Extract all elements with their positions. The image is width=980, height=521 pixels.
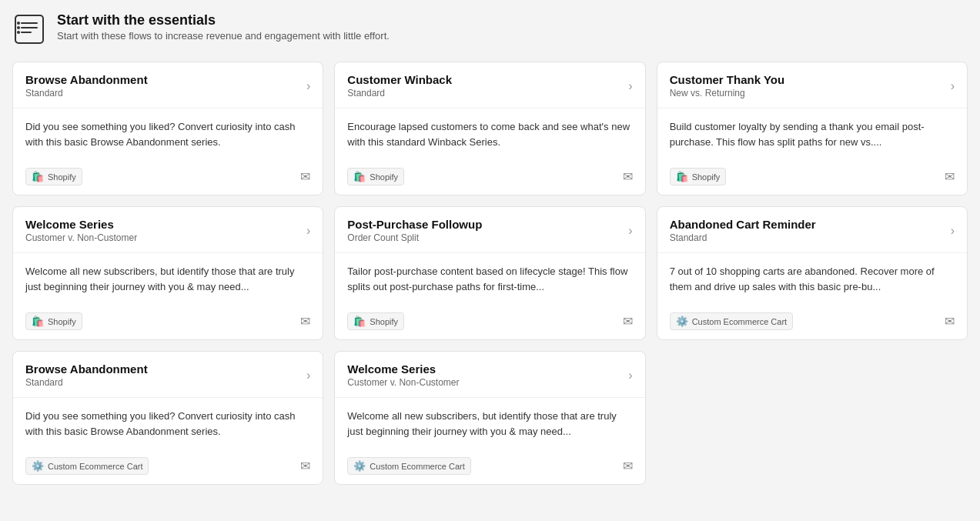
card-title: Post-Purchase Followup (347, 218, 482, 231)
page-subtitle: Start with these flows to increase reven… (57, 30, 390, 42)
card-description: Encourage lapsed customers to come back … (335, 109, 644, 160)
card-footer: 🛍️ Shopify ✉ (657, 160, 967, 195)
card-footer: ⚙️ Custom Ecommerce Cart ✉ (13, 449, 323, 484)
card-subtitle: Standard (25, 88, 148, 99)
chevron-right-icon: › (951, 224, 955, 238)
svg-point-5 (17, 26, 20, 29)
svg-point-6 (17, 31, 20, 34)
card-subtitle: Standard (670, 232, 816, 243)
email-icon: ✉ (945, 314, 955, 329)
platform-badge: ⚙️ Custom Ecommerce Cart (25, 457, 149, 475)
card-subtitle: Standard (347, 88, 452, 99)
platform-badge: 🛍️ Shopify (347, 168, 404, 185)
platform-label: Shopify (370, 317, 398, 326)
shopify-icon: 🛍️ (32, 316, 44, 327)
chevron-right-icon: › (628, 369, 632, 382)
platform-label: Shopify (48, 317, 76, 326)
platform-label: Shopify (48, 172, 76, 182)
flow-card[interactable]: Abandoned Cart Reminder Standard › 7 out… (657, 206, 968, 340)
platform-badge: ⚙️ Custom Ecommerce Cart (347, 457, 470, 475)
card-title-block: Post-Purchase Followup Order Count Split (347, 218, 482, 243)
platform-label: Custom Ecommerce Cart (48, 462, 142, 471)
shopify-icon: 🛍️ (32, 171, 44, 182)
email-icon: ✉ (300, 169, 310, 184)
card-title-block: Browse Abandonment Standard (25, 362, 148, 388)
card-title: Browse Abandonment (25, 73, 148, 86)
card-description: Welcome all new subscribers, but identif… (335, 398, 644, 449)
card-description: Did you see something you liked? Convert… (13, 398, 323, 449)
card-subtitle: Customer v. Non-Customer (347, 377, 459, 388)
flow-card[interactable]: Browse Abandonment Standard › Did you se… (12, 62, 323, 195)
platform-badge: 🛍️ Shopify (347, 312, 404, 330)
card-title-block: Abandoned Cart Reminder Standard (670, 218, 816, 243)
flow-card[interactable]: Post-Purchase Followup Order Count Split… (334, 206, 645, 340)
card-header: Browse Abandonment Standard › (13, 352, 323, 398)
card-header: Welcome Series Customer v. Non-Customer … (335, 352, 644, 398)
card-title: Abandoned Cart Reminder (670, 218, 816, 231)
card-description: Welcome all new subscribers, but identif… (13, 253, 323, 305)
page-header: Start with the essentials Start with the… (12, 12, 968, 46)
card-title: Browse Abandonment (25, 362, 148, 376)
card-title: Customer Winback (347, 73, 452, 86)
card-header: Welcome Series Customer v. Non-Customer … (13, 207, 323, 253)
flow-card[interactable]: Customer Winback Standard › Encourage la… (334, 62, 645, 195)
card-title-block: Browse Abandonment Standard (25, 73, 148, 99)
platform-badge: 🛍️ Shopify (25, 312, 82, 330)
card-footer: 🛍️ Shopify ✉ (335, 160, 644, 195)
chevron-right-icon: › (306, 224, 310, 238)
card-header: Customer Thank You New vs. Returning › (657, 62, 967, 109)
email-icon: ✉ (945, 169, 955, 184)
card-title-block: Customer Thank You New vs. Returning (670, 73, 784, 99)
card-footer: ⚙️ Custom Ecommerce Cart ✉ (335, 449, 644, 484)
card-header: Browse Abandonment Standard › (13, 62, 323, 109)
email-icon: ✉ (623, 459, 633, 473)
shopify-icon: 🛍️ (353, 316, 366, 327)
custom-cart-icon: ⚙️ (32, 460, 44, 472)
custom-cart-icon: ⚙️ (353, 460, 366, 472)
card-title-block: Customer Winback Standard (347, 73, 452, 99)
flow-card[interactable]: Welcome Series Customer v. Non-Customer … (12, 206, 323, 340)
platform-label: Custom Ecommerce Cart (692, 317, 787, 326)
header-text-block: Start with the essentials Start with the… (57, 12, 390, 42)
chevron-right-icon: › (628, 224, 632, 238)
email-icon: ✉ (300, 314, 310, 329)
custom-cart-icon: ⚙️ (676, 316, 688, 327)
cards-grid: Browse Abandonment Standard › Did you se… (12, 62, 968, 485)
platform-badge: 🛍️ Shopify (670, 168, 727, 185)
flow-card[interactable]: Browse Abandonment Standard › Did you se… (12, 351, 323, 485)
svg-rect-0 (15, 15, 43, 43)
email-icon: ✉ (623, 169, 633, 184)
card-subtitle: Customer v. Non-Customer (25, 232, 137, 243)
card-description: 7 out of 10 shopping carts are abandoned… (657, 253, 967, 305)
card-footer: 🛍️ Shopify ✉ (13, 305, 323, 339)
platform-label: Custom Ecommerce Cart (370, 462, 464, 471)
platform-badge: ⚙️ Custom Ecommerce Cart (670, 312, 793, 330)
card-description: Build customer loyalty by sending a than… (657, 109, 967, 160)
card-title-block: Welcome Series Customer v. Non-Customer (347, 362, 459, 388)
card-description: Tailor post-purchase content based on li… (335, 253, 644, 305)
page-title: Start with the essentials (57, 12, 390, 28)
platform-label: Shopify (370, 172, 398, 182)
chevron-right-icon: › (306, 79, 310, 93)
card-subtitle: New vs. Returning (670, 88, 784, 99)
card-description: Did you see something you liked? Convert… (13, 109, 323, 160)
flow-card[interactable]: Customer Thank You New vs. Returning › B… (657, 62, 968, 195)
flow-card[interactable]: Welcome Series Customer v. Non-Customer … (334, 351, 645, 485)
header-icon (12, 12, 46, 46)
shopify-icon: 🛍️ (676, 171, 688, 182)
card-header: Post-Purchase Followup Order Count Split… (335, 207, 644, 253)
card-footer: ⚙️ Custom Ecommerce Cart ✉ (657, 305, 967, 339)
card-subtitle: Order Count Split (347, 232, 482, 243)
chevron-right-icon: › (306, 369, 310, 382)
card-title: Customer Thank You (670, 73, 784, 86)
card-header: Customer Winback Standard › (335, 62, 644, 109)
email-icon: ✉ (623, 314, 633, 329)
svg-point-4 (17, 22, 20, 25)
card-title-block: Welcome Series Customer v. Non-Customer (25, 218, 137, 243)
shopify-icon: 🛍️ (353, 171, 366, 182)
platform-badge: 🛍️ Shopify (25, 168, 82, 185)
platform-label: Shopify (692, 172, 721, 182)
card-footer: 🛍️ Shopify ✉ (335, 305, 644, 339)
card-footer: 🛍️ Shopify ✉ (13, 160, 323, 195)
card-title: Welcome Series (25, 218, 137, 231)
